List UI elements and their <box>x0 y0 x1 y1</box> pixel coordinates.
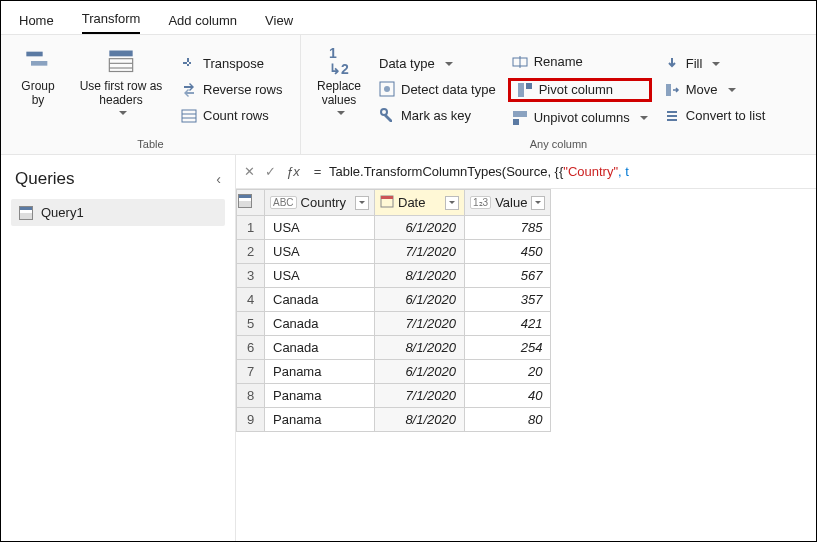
rename-button[interactable]: Rename <box>508 52 652 72</box>
transpose-button[interactable]: Transpose <box>177 54 286 74</box>
table-row[interactable]: 5Canada7/1/2020421 <box>237 312 551 336</box>
data-grid: ABC Country Date <box>236 189 816 432</box>
table-row[interactable]: 1USA6/1/2020785 <box>237 216 551 240</box>
cell-country[interactable]: Panama <box>265 408 375 432</box>
table-row[interactable]: 8Panama7/1/202040 <box>237 384 551 408</box>
column-header-country[interactable]: ABC Country <box>265 190 375 216</box>
cell-country[interactable]: USA <box>265 216 375 240</box>
ribbon-group-any-col-label: Any column <box>311 136 806 152</box>
cell-value[interactable]: 357 <box>465 288 551 312</box>
cell-date[interactable]: 7/1/2020 <box>375 312 465 336</box>
column-header-value-label: Value <box>495 195 527 210</box>
table-row[interactable]: 6Canada8/1/2020254 <box>237 336 551 360</box>
query-item-label: Query1 <box>41 205 84 220</box>
table-row[interactable]: 4Canada6/1/2020357 <box>237 288 551 312</box>
table-row[interactable]: 9Panama8/1/202080 <box>237 408 551 432</box>
svg-rect-17 <box>513 119 519 125</box>
cell-country[interactable]: Canada <box>265 312 375 336</box>
cell-date[interactable]: 8/1/2020 <box>375 264 465 288</box>
reverse-rows-icon <box>181 82 197 98</box>
cell-value[interactable]: 40 <box>465 384 551 408</box>
svg-rect-23 <box>381 196 393 199</box>
data-type-label: Data type <box>379 56 435 71</box>
pivot-column-button[interactable]: Pivot column <box>513 80 617 100</box>
cell-value[interactable]: 80 <box>465 408 551 432</box>
column-header-date[interactable]: Date <box>375 190 465 216</box>
queries-collapse-button[interactable]: ‹ <box>216 171 221 187</box>
row-number[interactable]: 5 <box>237 312 265 336</box>
cell-country[interactable]: USA <box>265 240 375 264</box>
cell-date[interactable]: 6/1/2020 <box>375 216 465 240</box>
row-number[interactable]: 7 <box>237 360 265 384</box>
query-item-query1[interactable]: Query1 <box>11 199 225 226</box>
mark-as-key-label: Mark as key <box>401 108 471 123</box>
use-first-row-icon <box>105 45 137 77</box>
data-type-button[interactable]: Data type <box>375 54 500 73</box>
table-row[interactable]: 3USA8/1/2020567 <box>237 264 551 288</box>
cell-date[interactable]: 6/1/2020 <box>375 360 465 384</box>
cell-value[interactable]: 450 <box>465 240 551 264</box>
column-header-value[interactable]: 1₂3 Value <box>465 190 551 216</box>
accept-formula-button[interactable]: ✓ <box>265 164 276 179</box>
convert-to-list-button[interactable]: Convert to list <box>660 106 769 126</box>
row-number[interactable]: 2 <box>237 240 265 264</box>
cell-value[interactable]: 567 <box>465 264 551 288</box>
unpivot-columns-icon <box>512 110 528 126</box>
mark-as-key-icon <box>379 107 395 123</box>
type-num-icon: 1₂3 <box>470 196 491 209</box>
tab-transform[interactable]: Transform <box>82 11 141 34</box>
svg-rect-0 <box>26 52 42 57</box>
row-number[interactable]: 6 <box>237 336 265 360</box>
replace-values-button[interactable]: 1↳2 Replace values <box>311 43 367 136</box>
cell-value[interactable]: 421 <box>465 312 551 336</box>
tab-home[interactable]: Home <box>19 13 54 34</box>
type-text-icon: ABC <box>270 196 297 209</box>
cell-date[interactable]: 8/1/2020 <box>375 336 465 360</box>
cell-country[interactable]: USA <box>265 264 375 288</box>
cell-date[interactable]: 6/1/2020 <box>375 288 465 312</box>
grid-corner[interactable] <box>237 190 265 216</box>
ribbon-group-any-column: 1↳2 Replace values Data type Detect data… <box>301 35 816 154</box>
row-number[interactable]: 3 <box>237 264 265 288</box>
use-first-row-label: Use first row as headers <box>80 79 163 107</box>
fill-button[interactable]: Fill <box>660 54 769 74</box>
cell-date[interactable]: 7/1/2020 <box>375 384 465 408</box>
tab-view[interactable]: View <box>265 13 293 34</box>
ribbon-group-table: Group by Use first row as headers Transp… <box>1 35 301 154</box>
unpivot-columns-button[interactable]: Unpivot columns <box>508 108 652 128</box>
mark-as-key-button[interactable]: Mark as key <box>375 105 500 125</box>
detect-data-type-button[interactable]: Detect data type <box>375 79 500 99</box>
cell-country[interactable]: Canada <box>265 288 375 312</box>
filter-value-button[interactable] <box>531 196 545 210</box>
cell-value[interactable]: 20 <box>465 360 551 384</box>
table-row[interactable]: 7Panama6/1/202020 <box>237 360 551 384</box>
row-number[interactable]: 9 <box>237 408 265 432</box>
table-row[interactable]: 2USA7/1/2020450 <box>237 240 551 264</box>
tab-add-column[interactable]: Add column <box>168 13 237 34</box>
cell-date[interactable]: 8/1/2020 <box>375 408 465 432</box>
cell-country[interactable]: Panama <box>265 384 375 408</box>
cancel-formula-button[interactable]: ✕ <box>244 164 255 179</box>
pivot-column-label: Pivot column <box>539 82 613 97</box>
filter-country-button[interactable] <box>355 196 369 210</box>
cell-value[interactable]: 785 <box>465 216 551 240</box>
row-number[interactable]: 1 <box>237 216 265 240</box>
count-rows-button[interactable]: Count rows <box>177 106 286 126</box>
cell-country[interactable]: Canada <box>265 336 375 360</box>
row-number[interactable]: 4 <box>237 288 265 312</box>
cell-country[interactable]: Panama <box>265 360 375 384</box>
ribbon: Group by Use first row as headers Transp… <box>1 35 816 155</box>
ribbon-tabs: Home Transform Add column View <box>1 1 816 35</box>
row-number[interactable]: 8 <box>237 384 265 408</box>
move-button[interactable]: Move <box>660 80 769 100</box>
formula-tail: , t <box>618 164 629 179</box>
cell-date[interactable]: 7/1/2020 <box>375 240 465 264</box>
reverse-rows-label: Reverse rows <box>203 82 282 97</box>
use-first-row-headers-button[interactable]: Use first row as headers <box>73 43 169 136</box>
cell-value[interactable]: 254 <box>465 336 551 360</box>
reverse-rows-button[interactable]: Reverse rows <box>177 80 286 100</box>
filter-date-button[interactable] <box>445 196 459 210</box>
transpose-icon <box>181 56 197 72</box>
formula-text[interactable]: = Table.TransformColumnTypes(Source, {{"… <box>310 164 629 179</box>
group-by-button[interactable]: Group by <box>11 43 65 136</box>
